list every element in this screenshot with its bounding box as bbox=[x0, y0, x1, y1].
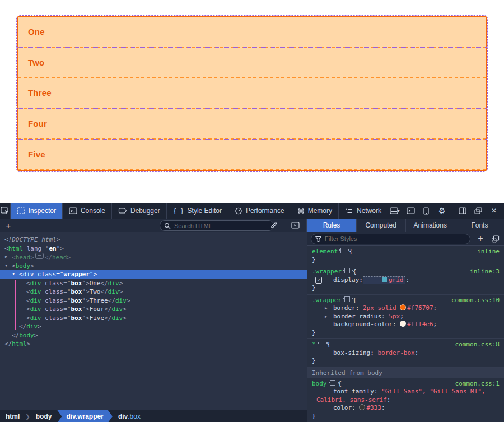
css-selector[interactable]: .wrapper bbox=[312, 296, 342, 305]
markup-token: </ bbox=[45, 254, 52, 261]
add-rule-button[interactable]: + bbox=[476, 233, 485, 245]
markup-line-selected[interactable]: ▼<div class="wrapper"> bbox=[0, 270, 307, 279]
punctuation: ; bbox=[405, 276, 409, 284]
color-swatch[interactable] bbox=[400, 304, 406, 310]
markup-token: div bbox=[111, 314, 123, 322]
breadcrumb-item-body[interactable]: body bbox=[30, 410, 58, 422]
css-declaration[interactable]: ▶border-radius: 5px; bbox=[312, 313, 500, 321]
css-declaration[interactable]: box-sizing: border-box; bbox=[312, 349, 500, 358]
close-button[interactable]: ✕ bbox=[487, 205, 501, 217]
tab-memory[interactable]: Memory bbox=[291, 203, 339, 219]
source-link[interactable]: inline:3 bbox=[470, 268, 500, 276]
dock-side-button[interactable] bbox=[456, 205, 469, 217]
tab-debugger[interactable]: Debugger bbox=[112, 203, 167, 219]
css-declaration[interactable]: ✓display:grid; bbox=[312, 276, 500, 285]
pseudo-class-panel-button[interactable] bbox=[491, 233, 501, 245]
markup-line[interactable]: <div class="box">One</div> bbox=[0, 279, 307, 288]
markup-token: =" bbox=[63, 280, 71, 287]
dock-side-icon bbox=[459, 207, 466, 214]
grid-highlighter-badge[interactable]: grid bbox=[363, 276, 406, 284]
css-selector[interactable]: * bbox=[312, 341, 316, 349]
inspector-icon bbox=[17, 207, 25, 214]
markup-token: > bbox=[119, 288, 123, 295]
breadcrumb-item-html[interactable]: html bbox=[0, 410, 25, 422]
pseudo-class-icon bbox=[492, 235, 500, 243]
markup-token: =" bbox=[63, 297, 71, 304]
expand-arrow-icon[interactable]: ▶ bbox=[5, 253, 7, 262]
sidebar-tab-computed[interactable]: Computed bbox=[357, 219, 406, 232]
markup-token: div bbox=[30, 280, 41, 287]
split-console-button[interactable] bbox=[404, 205, 417, 217]
tab-style-editor[interactable]: { }Style Editor bbox=[167, 203, 228, 219]
markup-line[interactable]: </body> bbox=[0, 331, 307, 340]
source-link[interactable]: common.css:1 bbox=[455, 380, 500, 388]
css-selector[interactable]: element bbox=[312, 248, 338, 256]
tab-label: Inspector bbox=[29, 207, 56, 215]
css-declaration[interactable]: background-color: #fff4e6; bbox=[312, 321, 500, 329]
multi-window-button[interactable] bbox=[472, 205, 485, 217]
sidebar-tab-rules[interactable]: Rules bbox=[307, 219, 356, 232]
filter-styles-input[interactable] bbox=[324, 235, 466, 243]
settings-button[interactable]: ⚙ bbox=[435, 205, 449, 217]
dock-bottom-button[interactable]: ▾ bbox=[388, 205, 402, 217]
source-link[interactable]: common.css:8 bbox=[455, 341, 500, 349]
markup-token: </ bbox=[101, 280, 108, 287]
highlight-matches-icon[interactable] bbox=[344, 296, 350, 302]
sidebar-tab-fonts[interactable]: Fonts bbox=[455, 219, 504, 232]
source-link[interactable]: common.css:10 bbox=[451, 296, 500, 305]
devtools-secondary-toolbar: + RulesComputedAnimationsFonts bbox=[0, 219, 504, 233]
element-picker-button[interactable] bbox=[0, 203, 11, 219]
markup-token: div bbox=[111, 305, 123, 313]
devtools-panes: <!DOCTYPE html><html lang="en">▶<head></… bbox=[0, 232, 504, 422]
property-value: #fff4e6 bbox=[407, 321, 433, 328]
sidebar-tab-animations[interactable]: Animations bbox=[406, 219, 455, 232]
tab-console[interactable]: Console bbox=[63, 203, 112, 219]
markup-token: Four bbox=[90, 305, 105, 313]
responsive-mode-button[interactable] bbox=[419, 205, 433, 217]
markup-line[interactable]: <html lang="en"> bbox=[0, 244, 307, 253]
breadcrumb-item-div-wrapper[interactable]: div.wrapper bbox=[57, 410, 112, 422]
tab-inspector[interactable]: Inspector bbox=[11, 203, 63, 219]
tab-performance[interactable]: Performance bbox=[228, 203, 291, 219]
search-box bbox=[160, 220, 274, 231]
devtools-panel: InspectorConsoleDebugger{ }Style EditorP… bbox=[0, 203, 504, 422]
markup-line[interactable]: ▼<body> bbox=[0, 262, 307, 271]
create-node-button[interactable]: + bbox=[0, 221, 17, 230]
eyedropper-button[interactable] bbox=[267, 219, 281, 231]
markup-line[interactable]: <div class="box">Five</div> bbox=[0, 314, 307, 323]
property-name: display: bbox=[333, 276, 363, 284]
css-declaration[interactable]: font-family: "Gill Sans", "Gill Sans MT"… bbox=[312, 388, 500, 404]
markup-line[interactable]: <div class="box">Two</div> bbox=[0, 287, 307, 296]
css-selector[interactable]: .wrapper bbox=[312, 268, 342, 276]
color-swatch[interactable] bbox=[359, 404, 365, 410]
markup-line[interactable]: </div> bbox=[0, 322, 307, 331]
highlight-matches-icon[interactable] bbox=[330, 380, 335, 386]
three-pane-toggle-button[interactable] bbox=[288, 219, 302, 231]
declaration-checkbox[interactable]: ✓ bbox=[315, 277, 322, 284]
markup-line[interactable]: <div class="box">Three</div> bbox=[0, 296, 307, 305]
markup-line[interactable]: <div class="box">Four</div> bbox=[0, 305, 307, 314]
css-declaration[interactable]: ▶border: 2px solid #f76707; bbox=[312, 304, 500, 313]
tab-network[interactable]: Network bbox=[339, 203, 388, 219]
collapse-arrow-icon[interactable]: ▼ bbox=[12, 270, 15, 279]
markup-token: < bbox=[19, 271, 23, 278]
css-declaration[interactable]: color: #333; bbox=[312, 404, 500, 412]
css-selector[interactable]: body bbox=[312, 380, 327, 388]
search-input[interactable] bbox=[173, 222, 269, 230]
property-value: #f76707 bbox=[407, 304, 433, 312]
expand-shorthand-icon[interactable]: ▶ bbox=[325, 304, 327, 313]
rules-pane: + element{inline}.wrapper{inline:3✓displ… bbox=[307, 232, 504, 422]
markup-line[interactable]: ▶<head></head> bbox=[0, 253, 307, 262]
collapse-arrow-icon[interactable]: ▼ bbox=[5, 262, 7, 271]
markup-line[interactable]: <!DOCTYPE html> bbox=[0, 235, 307, 244]
collapsed-content-icon[interactable] bbox=[35, 253, 44, 259]
highlight-matches-icon[interactable] bbox=[340, 248, 346, 253]
source-link[interactable]: inline bbox=[477, 248, 500, 256]
grid-box-label: One bbox=[28, 27, 45, 36]
highlight-matches-icon[interactable] bbox=[319, 341, 324, 346]
breadcrumb-item-div-box[interactable]: div.box bbox=[113, 410, 146, 422]
expand-shorthand-icon[interactable]: ▶ bbox=[325, 313, 327, 321]
color-swatch[interactable] bbox=[400, 321, 406, 327]
markup-line[interactable]: </html> bbox=[0, 340, 307, 349]
highlight-matches-icon[interactable] bbox=[344, 268, 350, 273]
